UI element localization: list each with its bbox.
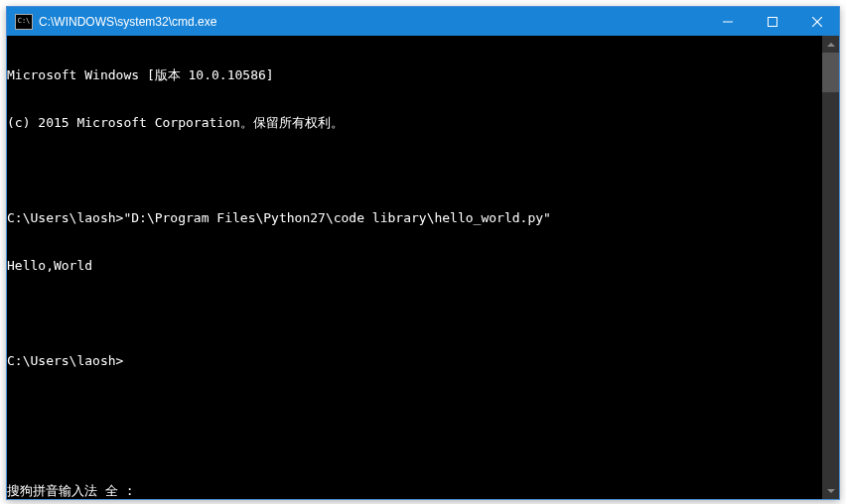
terminal-line: C:\Users\laosh>"D:\Program Files\Python2… <box>7 210 822 226</box>
terminal-line: (c) 2015 Microsoft Corporation。保留所有权利。 <box>7 115 822 131</box>
terminal-line <box>7 163 822 179</box>
scroll-up-button[interactable] <box>822 36 839 53</box>
cmd-icon-glyph: C:\ <box>18 18 31 25</box>
scroll-down-button[interactable] <box>822 482 839 499</box>
close-icon <box>812 17 822 27</box>
vertical-scrollbar[interactable] <box>822 36 839 499</box>
cmd-icon: C:\ <box>15 14 33 30</box>
chevron-down-icon <box>827 487 835 495</box>
ime-status-line: 搜狗拼音输入法 全 : <box>7 482 822 499</box>
terminal-line: C:\Users\laosh> <box>7 353 822 369</box>
minimize-icon <box>723 17 733 27</box>
maximize-icon <box>768 17 777 27</box>
window-title: C:\WINDOWS\system32\cmd.exe <box>39 15 216 29</box>
terminal-line <box>7 306 822 321</box>
terminal-output[interactable]: Microsoft Windows [版本 10.0.10586] (c) 20… <box>7 36 822 499</box>
scroll-thumb[interactable] <box>822 53 839 92</box>
content-wrap: Microsoft Windows [版本 10.0.10586] (c) 20… <box>7 36 839 499</box>
maximize-button[interactable] <box>750 7 794 36</box>
terminal-line: Microsoft Windows [版本 10.0.10586] <box>7 67 822 83</box>
terminal-line: Hello,World <box>7 258 822 274</box>
cmd-window: C:\ C:\WINDOWS\system32\cmd.exe Microsof… <box>6 6 840 500</box>
minimize-button[interactable] <box>705 7 750 36</box>
titlebar[interactable]: C:\ C:\WINDOWS\system32\cmd.exe <box>7 7 839 36</box>
chevron-up-icon <box>827 41 835 49</box>
close-button[interactable] <box>794 7 839 36</box>
svg-rect-1 <box>768 17 776 26</box>
